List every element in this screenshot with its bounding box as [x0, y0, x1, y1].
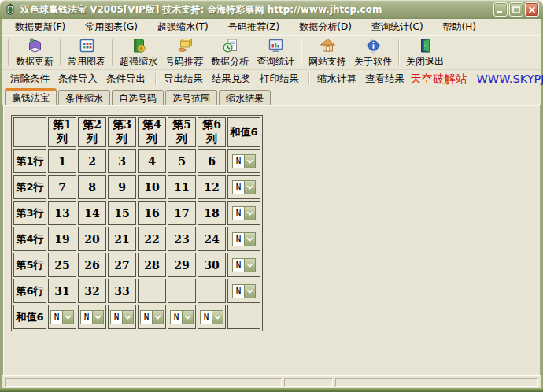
- column-sum-dropdown[interactable]: N: [170, 310, 194, 324]
- number-cell[interactable]: 24: [198, 227, 226, 251]
- shrink-calculate-button[interactable]: 缩水计算: [314, 71, 360, 87]
- number-cell[interactable]: 6: [198, 149, 226, 173]
- menu-data-analysis[interactable]: 数据分析(D): [293, 19, 358, 35]
- number-cell[interactable]: 28: [138, 253, 166, 277]
- print-results-button[interactable]: 打印结果: [257, 71, 302, 87]
- import-conditions-button[interactable]: 条件导入: [55, 71, 101, 87]
- number-cell[interactable]: 33: [108, 279, 136, 303]
- toolbar-data-update-button[interactable]: 数据更新: [12, 37, 57, 68]
- chevron-down-icon[interactable]: [244, 206, 256, 220]
- number-cell[interactable]: 30: [198, 253, 226, 277]
- toolbar-website-support-button[interactable]: 网站支持: [305, 37, 350, 68]
- clear-conditions-button[interactable]: 清除条件: [7, 71, 53, 87]
- chevron-down-icon[interactable]: [92, 310, 104, 324]
- export-conditions-button[interactable]: 条件导出: [103, 71, 149, 87]
- menu-common-charts[interactable]: 常用图表(G): [79, 19, 144, 35]
- number-cell[interactable]: 32: [78, 279, 106, 303]
- row-sum-dropdown[interactable]: N: [232, 180, 256, 194]
- chevron-down-icon[interactable]: [182, 310, 194, 324]
- toolbar-common-charts-button[interactable]: 常用图表: [64, 37, 109, 68]
- number-cell[interactable]: 19: [48, 227, 76, 251]
- number-cell[interactable]: 22: [138, 227, 166, 251]
- number-cell[interactable]: 2: [78, 149, 106, 173]
- number-cell[interactable]: 18: [198, 201, 226, 225]
- menu-help[interactable]: 帮助(H): [437, 19, 482, 35]
- tab-number-range[interactable]: 选号范围: [165, 90, 217, 105]
- column-sum-dropdown[interactable]: N: [140, 310, 164, 324]
- toolbar-about-button[interactable]: 关于软件: [350, 37, 396, 68]
- tab-self-select-numbers[interactable]: 自选号码: [112, 90, 164, 105]
- tab-condition-shrink[interactable]: 条件缩水: [58, 90, 110, 105]
- column-sum-dropdown[interactable]: N: [50, 310, 74, 324]
- row-sum-cell: N: [227, 227, 260, 251]
- row-sum-dropdown[interactable]: N: [232, 258, 256, 272]
- table-row: 第6行 31 32 33 N: [13, 279, 260, 303]
- number-cell[interactable]: 27: [108, 253, 136, 277]
- toolbar-query-stats-button[interactable]: 查询统计: [253, 37, 298, 68]
- chevron-down-icon[interactable]: [62, 310, 74, 324]
- grid-header-row: 第1列 第2列 第3列 第4列 第5列 第6列 和值6: [13, 117, 260, 147]
- maximize-button[interactable]: [509, 2, 523, 17]
- dropdown-value: N: [170, 310, 182, 324]
- site-url-link[interactable]: WWW.SKYPJ.COM: [477, 72, 543, 85]
- number-cell[interactable]: 4: [138, 149, 166, 173]
- check-prize-button[interactable]: 结果兑奖: [209, 71, 254, 87]
- number-cell[interactable]: 9: [108, 175, 136, 199]
- chevron-down-icon[interactable]: [244, 258, 256, 272]
- chevron-down-icon[interactable]: [244, 284, 256, 298]
- action-bar: 清除条件 条件导入 条件导出 导出结果 结果兑奖 打印结果 缩水计算 查看结果 …: [2, 69, 541, 87]
- chevron-down-icon[interactable]: [122, 310, 134, 324]
- table-row: 第5行 25 26 27 28 29 30 N: [13, 253, 260, 277]
- export-results-button[interactable]: 导出结果: [161, 71, 206, 87]
- close-button[interactable]: [525, 2, 539, 17]
- row-sum-dropdown[interactable]: N: [232, 284, 256, 298]
- number-cell[interactable]: 31: [48, 279, 76, 303]
- number-cell[interactable]: 8: [78, 175, 106, 199]
- number-cell[interactable]: 21: [108, 227, 136, 251]
- number-cell[interactable]: 13: [48, 201, 76, 225]
- toolbar-number-recommend-button[interactable]: 号码推荐: [161, 37, 207, 68]
- tab-shrink-results[interactable]: 缩水结果: [219, 90, 271, 105]
- number-cell[interactable]: 7: [48, 175, 76, 199]
- toolbar-super-shrink-button[interactable]: 超强缩水: [116, 37, 161, 68]
- minimize-button[interactable]: [493, 2, 508, 17]
- chevron-down-icon[interactable]: [212, 310, 223, 324]
- chevron-down-icon[interactable]: [244, 232, 256, 246]
- menu-data-update[interactable]: 数据更新(F): [9, 19, 72, 35]
- number-cell[interactable]: 23: [168, 227, 196, 251]
- row-sum-dropdown[interactable]: N: [232, 206, 256, 220]
- number-cell[interactable]: 29: [168, 253, 196, 277]
- column-header: 第1列: [48, 117, 76, 147]
- menu-number-recommend[interactable]: 号码推荐(Z): [222, 19, 286, 35]
- chevron-down-icon[interactable]: [152, 310, 164, 324]
- column-sum-dropdown[interactable]: N: [80, 310, 104, 324]
- row-sum-dropdown[interactable]: N: [232, 154, 256, 168]
- menu-super-shrink[interactable]: 超强缩水(T): [151, 19, 215, 35]
- chevron-down-icon[interactable]: [244, 154, 256, 168]
- number-cell[interactable]: 10: [138, 175, 166, 199]
- number-cell[interactable]: 12: [198, 175, 226, 199]
- number-cell[interactable]: 25: [48, 253, 76, 277]
- menu-query-stats[interactable]: 查询统计(C): [365, 19, 430, 35]
- number-cell[interactable]: 16: [138, 201, 166, 225]
- column-sum-dropdown[interactable]: N: [110, 310, 134, 324]
- number-cell[interactable]: 3: [108, 149, 136, 173]
- tab-winning-treasure[interactable]: 赢钱法宝: [5, 88, 57, 105]
- window-title: 双色球赢钱法宝 V2005[VIP版] 技术支持: 金海特彩票网 http://…: [20, 3, 492, 17]
- number-cell[interactable]: 17: [168, 201, 196, 225]
- row-sum-cell: N: [227, 149, 260, 173]
- number-cell[interactable]: 11: [168, 175, 196, 199]
- chevron-down-icon[interactable]: [244, 180, 256, 194]
- number-cell[interactable]: 5: [168, 149, 196, 173]
- toolbar-data-analysis-button[interactable]: 数据分析: [207, 37, 253, 68]
- number-cell[interactable]: 1: [48, 149, 76, 173]
- toolbar-exit-button[interactable]: 关闭退出: [402, 37, 448, 68]
- site-name-link[interactable]: 天空破解站: [410, 72, 467, 87]
- number-cell[interactable]: 14: [78, 201, 106, 225]
- number-cell[interactable]: 26: [78, 253, 106, 277]
- row-sum-dropdown[interactable]: N: [232, 232, 256, 246]
- number-cell[interactable]: 20: [78, 227, 106, 251]
- number-cell[interactable]: 15: [108, 201, 136, 225]
- view-results-button[interactable]: 查看结果: [362, 71, 408, 87]
- column-sum-dropdown[interactable]: N: [200, 310, 223, 324]
